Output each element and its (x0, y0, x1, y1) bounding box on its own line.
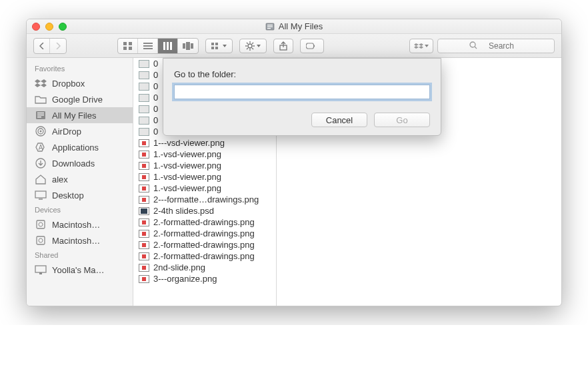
dropbox-toolbar-button[interactable] (409, 39, 433, 53)
file-name: 2.-formatted-drawings.png (153, 228, 255, 238)
file-row[interactable]: 1.-vsd-viewer.png (133, 182, 276, 194)
finder-window: All My Files (26, 19, 562, 306)
home-icon (35, 173, 47, 185)
sidebar-item[interactable]: AApplications (27, 139, 133, 155)
share-button[interactable] (273, 39, 293, 53)
sidebar-section-header: Devices (27, 203, 133, 216)
svg-rect-5 (129, 42, 132, 45)
svg-rect-47 (37, 236, 45, 244)
back-button[interactable] (34, 39, 50, 53)
window-title-text: All My Files (279, 21, 323, 31)
file-row[interactable]: 1.-vsd-viewer.png (133, 149, 276, 160)
sidebar-item[interactable]: Downloads (27, 155, 133, 171)
file-name: 0 (153, 93, 158, 103)
folder-path-input[interactable] (174, 85, 430, 99)
sidebar-item[interactable]: Dropbox (27, 75, 133, 91)
svg-rect-7 (129, 47, 132, 50)
arrange-button[interactable] (205, 39, 233, 53)
tags-button[interactable] (300, 39, 324, 53)
view-seg (117, 38, 199, 54)
action-button[interactable] (239, 39, 267, 53)
file-row[interactable]: 2.-formatted-drawings.png (133, 228, 276, 239)
svg-rect-11 (163, 42, 165, 50)
window-title: All My Files (27, 21, 561, 31)
file-name: 1.-vsd-viewer.png (153, 149, 221, 159)
folder-icon (139, 71, 149, 79)
folder-icon (35, 93, 47, 105)
file-name: 1.-vsd-viewer.png (153, 172, 221, 182)
disk-icon (35, 234, 47, 246)
forward-button[interactable] (50, 39, 66, 53)
sidebar-item-label: Google Drive (52, 95, 103, 105)
dialog-label: Go to the folder: (174, 69, 430, 79)
coverflow-view-button[interactable] (178, 39, 198, 53)
file-row[interactable]: 1---vsd-viewer.png (133, 137, 276, 149)
sidebar-item[interactable]: Macintosh… (27, 232, 133, 248)
desktop-icon (35, 189, 47, 201)
file-name: 0 (153, 127, 158, 137)
file-row[interactable]: 1.-vsd-viewer.png (133, 160, 276, 171)
sidebar-item-label: AirDrop (52, 127, 81, 137)
sidebar-section-header: Favorites (27, 62, 133, 75)
file-name: 2.-formatted-drawings.png (153, 240, 255, 250)
svg-rect-18 (215, 43, 218, 45)
fullscreen-window-button[interactable] (59, 23, 67, 31)
sidebar-item[interactable]: Google Drive (27, 91, 133, 107)
sidebar-item-label: alex (52, 175, 68, 184)
file-thumb-icon (139, 173, 149, 181)
file-name: 1.-vsd-viewer.png (153, 183, 221, 193)
sidebar-item[interactable]: Desktop (27, 187, 133, 203)
list-view-button[interactable] (138, 39, 158, 53)
file-name: 2.-formatted-drawings.png (153, 217, 255, 227)
apps-icon: A (35, 141, 47, 153)
minimize-window-button[interactable] (45, 23, 53, 31)
file-row[interactable]: 2.-formatted-drawings.png (133, 250, 276, 262)
sidebar-item[interactable]: alex (27, 171, 133, 187)
svg-rect-1 (267, 25, 273, 25)
file-name: 3---organize.png (153, 274, 217, 284)
sidebar-item[interactable]: AirDrop (27, 123, 133, 139)
file-row[interactable]: 2.-formatted-drawings.png (133, 239, 276, 250)
file-thumb-icon (139, 207, 149, 215)
icon-view-button[interactable] (118, 39, 138, 53)
svg-rect-8 (143, 43, 153, 44)
file-thumb-icon (139, 264, 149, 272)
sidebar-item[interactable]: Macintosh… (27, 216, 133, 232)
svg-rect-6 (123, 47, 127, 50)
svg-point-46 (39, 222, 43, 226)
file-name: 0 (153, 59, 158, 69)
toolbar (27, 34, 561, 58)
svg-rect-19 (211, 47, 214, 49)
nav-seg (33, 38, 67, 54)
search-input[interactable] (437, 39, 555, 53)
sidebar-item-label: Desktop (52, 190, 84, 200)
svg-point-40 (40, 131, 42, 133)
file-thumb-icon (139, 241, 149, 249)
folder-icon (139, 94, 149, 102)
sidebar-section-header: Shared (27, 248, 133, 262)
file-row[interactable]: 2-4th slides.psd (133, 205, 276, 216)
go-button[interactable]: Go (374, 113, 430, 127)
file-row[interactable]: 2---formatte…drawings.png (133, 194, 276, 205)
svg-rect-37 (37, 117, 41, 117)
file-row[interactable]: 1.-vsd-viewer.png (133, 171, 276, 182)
sidebar-item[interactable]: Yoolla's Ma… (27, 262, 133, 278)
svg-rect-13 (170, 42, 172, 50)
file-name: 0 (153, 70, 158, 80)
cancel-button[interactable]: Cancel (311, 113, 367, 127)
svg-rect-16 (191, 43, 193, 49)
file-row[interactable]: 2nd-slide.png (133, 262, 276, 273)
airdrop-icon (35, 125, 47, 137)
file-thumb-icon (139, 230, 149, 238)
column-view-button[interactable] (158, 39, 178, 53)
dropbox-icon (414, 42, 423, 50)
file-name: 0 (153, 115, 158, 125)
file-thumb-icon (139, 139, 149, 147)
close-window-button[interactable] (32, 23, 40, 31)
file-row[interactable]: 3---organize.png (133, 273, 276, 284)
file-row[interactable]: 2.-formatted-drawings.png (133, 216, 276, 228)
svg-rect-35 (37, 113, 44, 113)
sidebar-item[interactable]: All My Files (27, 107, 133, 123)
file-thumb-icon (139, 151, 149, 159)
svg-line-27 (252, 48, 253, 49)
